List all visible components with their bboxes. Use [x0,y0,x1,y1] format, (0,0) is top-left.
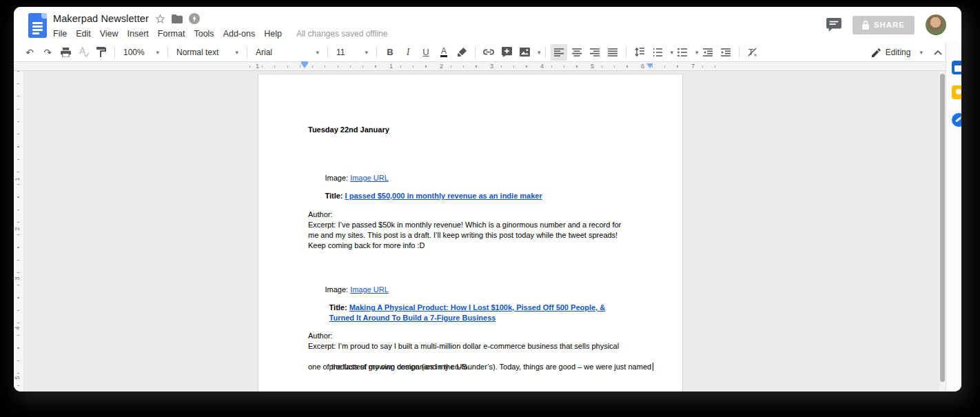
google-docs-logo-icon[interactable] [28,13,47,38]
title-label: Title: [325,192,345,200]
article-title-link[interactable]: Turned It Around To Build a 7-Figure Bus… [329,314,496,322]
insert-image-button[interactable] [516,44,533,61]
pencil-icon [872,48,881,57]
ruler-number: 2 [14,226,21,231]
menu-tools[interactable]: Tools [194,28,219,40]
article-title-link[interactable]: I passed $50,000 in monthly revenue as a… [345,192,542,200]
author-excerpt-block: Author: Excerpt: I’ve passed $50k in mon… [308,210,651,251]
zoom-select[interactable]: 100% ▾ [119,44,163,61]
chevron-down-icon[interactable]: ▾ [671,49,674,56]
excerpt-line: Excerpt: I’ve passed $50k in monthly rev… [308,220,651,230]
menu-edit[interactable]: Edit [76,28,96,40]
google-keep-icon[interactable] [952,85,961,99]
font-family-select[interactable]: Arial ▾ [252,44,323,61]
left-indent-marker[interactable] [301,63,308,68]
redo-button[interactable]: ↷ [39,44,56,61]
insert-link-button[interactable] [480,44,497,61]
ruler-number: 4 [14,325,21,330]
image-label: Image: [325,174,350,182]
text-cursor [653,363,653,371]
menu-insert[interactable]: Insert [127,28,154,40]
align-left-button[interactable] [551,44,567,61]
bulleted-list-button[interactable] [674,44,691,61]
bulleted-list-icon [677,48,687,57]
font-size-value: 11 [336,48,345,57]
right-indent-marker[interactable] [646,63,653,68]
offline-status-icon[interactable] [189,13,200,24]
numbered-list-icon [653,48,662,57]
ruler-number: 7 [690,62,696,70]
document-page[interactable]: Tuesday 22nd January Image: Image URL Ti… [258,74,682,391]
print-button[interactable] [57,44,74,61]
ruler-number: 1 [14,176,21,181]
scrollbar-thumb[interactable] [940,74,945,382]
decrease-indent-button[interactable] [700,44,716,61]
share-button-label: SHARE [874,21,905,29]
ruler-number: 2 [438,62,445,70]
chevron-down-icon: ▾ [365,49,368,56]
bold-button[interactable]: B [382,44,398,61]
title-label: Title: [329,303,349,312]
text-color-button[interactable]: A [436,44,452,61]
excerpt-line: Excerpt: I’m proud to say I built a mult… [308,341,651,352]
increase-indent-button[interactable] [717,44,734,61]
italic-icon: I [407,47,410,58]
mode-select[interactable]: Editing ▾ [868,44,927,61]
companion-side-panel [946,43,961,391]
spellcheck-icon [79,47,89,57]
font-size-select[interactable]: 11 ▾ [332,44,372,61]
menu-addons[interactable]: Add-ons [223,28,261,40]
google-calendar-icon[interactable] [952,61,961,74]
title-block: Title: Making A Physical Product: How I … [308,292,651,313]
highlight-color-button[interactable] [453,44,470,61]
account-avatar[interactable] [926,14,946,35]
justify-button[interactable] [604,44,621,61]
underline-button[interactable]: U [418,44,434,61]
paragraph-style-select[interactable]: Normal text ▾ [172,44,243,61]
align-center-icon [572,48,582,57]
align-left-icon [554,48,564,57]
line-spacing-icon [635,48,644,57]
line-spacing-button[interactable] [631,44,648,61]
ruler-number: 6 [640,62,646,70]
lock-icon [862,21,869,30]
undo-button[interactable]: ↶ [21,44,38,61]
image-line: Image: Image URL [308,274,651,285]
align-right-icon [590,48,600,57]
google-tasks-icon[interactable] [952,113,961,127]
spelling-check-button[interactable] [75,44,92,61]
horizontal-ruler[interactable]: 1 1 2 3 4 5 6 7 [14,62,946,71]
justify-icon [608,48,617,57]
move-folder-icon[interactable] [172,14,183,23]
menu-file[interactable]: File [53,28,72,40]
menu-format[interactable]: Format [158,28,191,40]
menu-view[interactable]: View [100,28,124,40]
paint-format-button[interactable] [93,44,110,61]
star-icon[interactable] [155,14,165,24]
image-url-link[interactable]: Image URL [350,174,389,182]
add-comment-button[interactable] [498,44,515,61]
comments-icon[interactable] [826,18,841,32]
bold-icon: B [387,47,393,57]
paint-roller-icon [96,47,106,57]
vertical-ruler[interactable]: 1 2 3 4 5 [14,71,24,391]
ruler-number: 4 [539,62,545,70]
collapse-toolbar-button[interactable] [934,50,942,55]
toolbar: ↶ ↷ 100% ▾ Normal text ▾ Arial ▾ 11 ▾ [14,43,946,62]
image-url-link[interactable]: Image URL [350,285,389,294]
align-right-button[interactable] [586,44,603,61]
highlighter-icon [457,47,467,57]
share-button[interactable]: SHARE [853,16,915,34]
clear-formatting-icon: Tx [748,48,757,57]
chevron-down-icon[interactable]: ▾ [538,49,541,56]
image-line: Image: Image URL [308,163,651,173]
menu-help[interactable]: Help [264,28,287,40]
numbered-list-button[interactable] [649,44,666,61]
chevron-down-icon[interactable]: ▾ [695,49,699,56]
italic-button[interactable]: I [400,44,416,61]
article-title-link[interactable]: Making A Physical Product: How I Lost $1… [349,303,605,312]
clear-formatting-button[interactable]: Tx [744,44,761,61]
document-title[interactable]: Makerpad Newsletter [53,13,149,24]
align-center-button[interactable] [569,44,585,61]
underline-icon: U [422,47,429,57]
